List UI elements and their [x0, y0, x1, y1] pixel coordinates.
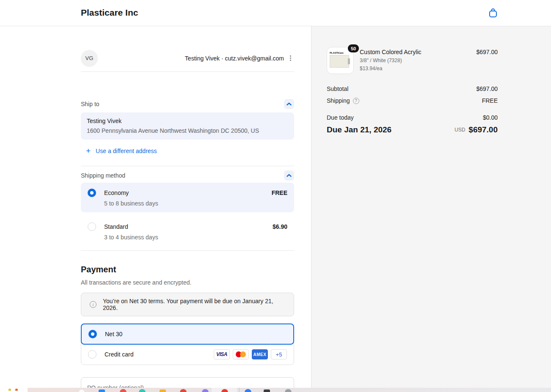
item-variant: 3/8" / White (7328)	[360, 58, 422, 63]
taskbar-app-icon-fragment[interactable]	[15, 389, 18, 391]
payment-method-name: Credit card	[105, 351, 133, 358]
taskbar-app-icon-fragment[interactable]	[202, 389, 209, 392]
subtotal-row: Subtotal $697.00	[327, 85, 498, 92]
item-total-price: $697.00	[476, 47, 498, 74]
taskbar-app-icon-fragment[interactable]	[99, 389, 105, 392]
taskbar-app-icon-fragment[interactable]	[285, 389, 292, 392]
shipping-address-card[interactable]: Testing Vivek 1600 Pennsylvania Avenue N…	[81, 112, 294, 140]
plus-icon: +	[86, 148, 91, 154]
taskbar-app-icon-fragment[interactable]	[180, 389, 187, 392]
due-total-label: Due Jan 21, 2026	[327, 125, 391, 134]
taskbar-divider	[239, 388, 240, 392]
store-name: Plasticare Inc	[81, 8, 138, 18]
mastercard-icon	[233, 349, 249, 359]
header: Plasticare Inc	[0, 0, 551, 26]
item-unit-price: $13.94/ea	[360, 66, 422, 71]
radio-unselected-icon[interactable]	[88, 350, 96, 359]
net30-terms-text: You’re on Net 30 terms. Your payment wil…	[103, 298, 285, 311]
due-total-row: Due Jan 21, 2026 USD $697.00	[327, 125, 498, 134]
shipping-method-collapse-button[interactable]	[284, 170, 294, 181]
address-name: Testing Vivek	[87, 118, 288, 124]
use-different-address-label: Use a different address	[96, 148, 157, 154]
address-line: 1600 Pennsylvania Avenue Northwest Washi…	[87, 127, 288, 134]
shipping-option-price: FREE	[272, 189, 287, 196]
shopping-bag-icon	[488, 8, 498, 18]
shipping-value: FREE	[482, 97, 498, 104]
payment-subtitle: All transactions are secure and encrypte…	[81, 279, 191, 286]
radio-selected-icon[interactable]	[88, 330, 97, 338]
taskbar-app-icon-fragment[interactable]	[264, 389, 270, 392]
taskbar-app-icon-fragment[interactable]	[245, 389, 251, 392]
chevron-up-icon	[287, 102, 292, 106]
radio-unselected-icon[interactable]	[88, 222, 96, 231]
avatar: VG	[81, 50, 98, 67]
shipping-option-name: Economy	[104, 189, 129, 196]
item-title: Custom Colored Acrylic	[360, 49, 422, 55]
divider	[81, 166, 294, 166]
more-cards-badge: +5	[271, 349, 287, 359]
account-menu-kebab-icon[interactable]	[287, 53, 294, 63]
taskbar-left-fragment	[0, 388, 28, 392]
shipping-option-name: Standard	[104, 223, 128, 230]
shipping-option-detail: 5 to 8 business days	[104, 200, 287, 207]
shipping-option-price: $6.90	[273, 223, 287, 230]
chevron-up-icon	[287, 174, 292, 177]
shipping-label: Shipping	[327, 97, 350, 104]
due-today-label: Due today	[327, 114, 354, 121]
taskbar-app-icon-fragment[interactable]	[120, 389, 127, 392]
amex-icon: AMEX	[252, 349, 268, 359]
order-summary-panel: PLASTICare 50 Custom Colored Acrylic 3/8…	[311, 26, 551, 392]
line-item: PLASTICare 50 Custom Colored Acrylic 3/8…	[327, 47, 498, 74]
ship-to-label: Ship to	[81, 101, 99, 107]
due-today-value: $0.00	[483, 114, 498, 121]
info-icon: i	[90, 301, 96, 308]
visa-icon: VISA	[214, 349, 230, 359]
due-total-value: $697.00	[468, 125, 498, 134]
radio-selected-icon[interactable]	[88, 189, 96, 197]
cart-button[interactable]	[487, 7, 499, 19]
payment-method-name: Net 30	[105, 331, 122, 337]
taskbar-app-icon-fragment[interactable]	[8, 389, 11, 391]
payment-methods-box: Net 30 Credit card VISA AMEX +5	[81, 323, 294, 365]
ship-to-header: Ship to	[81, 99, 294, 109]
help-icon[interactable]: ?	[353, 98, 359, 104]
shipping-option-economy[interactable]: Economy FREE 5 to 8 business days	[81, 183, 294, 212]
subtotal-label: Subtotal	[327, 85, 348, 92]
currency-code: USD	[455, 127, 465, 133]
quantity-badge: 50	[348, 44, 359, 52]
payment-title: Payment	[81, 265, 116, 274]
divider	[81, 250, 294, 251]
due-today-row: Due today $0.00	[327, 114, 498, 121]
card-brand-badges: VISA AMEX +5	[214, 349, 287, 359]
acrylic-sheet-image	[330, 55, 349, 68]
taskbar	[0, 388, 551, 392]
checkout-page: Plasticare Inc VG Testing Vivek · cutz.v…	[0, 0, 551, 392]
shipping-row: Shipping ? FREE	[327, 97, 498, 104]
account-identity: Testing Vivek · cutz.vivek@gmail.com	[185, 55, 284, 62]
subtotal-value: $697.00	[476, 85, 498, 92]
taskbar-strip	[28, 388, 551, 392]
ship-to-collapse-button[interactable]	[284, 99, 294, 109]
shipping-method-label: Shipping method	[81, 172, 125, 179]
taskbar-app-icon-fragment[interactable]	[160, 389, 166, 392]
product-logo: PLASTICare	[330, 52, 351, 54]
taskbar-app-icon-fragment[interactable]	[78, 389, 85, 392]
checkout-form-panel: VG Testing Vivek · cutz.vivek@gmail.com …	[0, 26, 311, 392]
payment-method-credit-card[interactable]: Credit card VISA AMEX +5	[81, 344, 294, 365]
account-row: VG Testing Vivek · cutz.vivek@gmail.com	[81, 45, 294, 72]
shipping-option-detail: 3 to 4 business days	[104, 234, 287, 241]
payment-method-net30[interactable]: Net 30	[81, 323, 294, 345]
use-different-address-link[interactable]: + Use a different address	[86, 148, 157, 154]
taskbar-app-icon-fragment[interactable]	[139, 389, 146, 392]
net30-terms-banner: i You’re on Net 30 terms. Your payment w…	[81, 293, 294, 316]
shipping-option-standard[interactable]: Standard $6.90 3 to 4 business days	[81, 217, 294, 246]
shipping-method-header: Shipping method	[81, 170, 294, 181]
